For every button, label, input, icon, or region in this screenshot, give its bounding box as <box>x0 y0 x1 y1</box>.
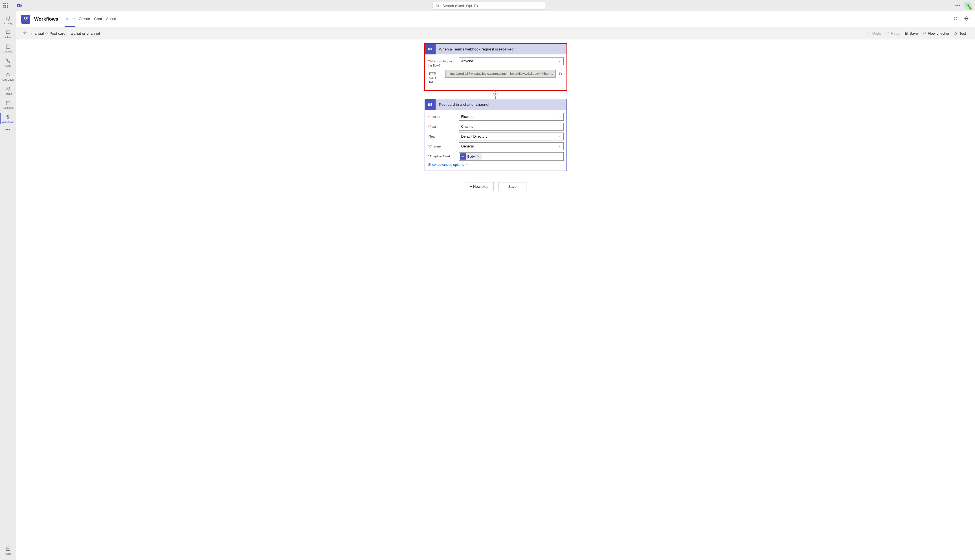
chevron-down-icon <box>558 135 561 138</box>
title-bar: T Search (Cmd+Opt+E) ••• PS <box>0 0 975 11</box>
bell-icon <box>5 15 11 21</box>
rail-workflows[interactable]: Workflows <box>0 112 16 126</box>
who-trigger-dropdown[interactable]: Anyone <box>459 57 564 65</box>
test-button[interactable]: Test <box>952 30 968 37</box>
copy-icon <box>558 72 562 75</box>
phone-icon <box>5 58 11 63</box>
save-flow-button[interactable]: Save <box>498 182 526 191</box>
rail-activity[interactable]: Activity <box>0 13 16 27</box>
who-trigger-label: *Who can trigger the flow? <box>428 57 456 68</box>
save-icon <box>904 31 908 35</box>
post-as-label: *Post as <box>428 113 456 119</box>
action-step-card[interactable]: T Post card in a chat or channel · · · *… <box>424 99 567 171</box>
flow-checker-button[interactable]: Flow checker <box>920 30 952 37</box>
teams-token-icon: T <box>460 153 466 160</box>
tab-chat[interactable]: Chat <box>94 11 102 27</box>
breadcrumb-bar: manual -> Post card in a chat or channel… <box>16 27 975 40</box>
svg-line-5 <box>438 7 439 8</box>
search-placeholder: Search (Cmd+Opt+E) <box>442 4 478 8</box>
action-buttons: + New step Save <box>465 182 526 191</box>
trigger-step-title: When a Teams webhook request is received <box>436 47 554 51</box>
svg-point-4 <box>436 4 439 7</box>
people-icon <box>5 86 11 92</box>
svg-rect-29 <box>906 33 907 35</box>
save-button[interactable]: Save <box>902 30 920 37</box>
app-title: Workflows <box>34 17 58 22</box>
chevron-down-icon <box>558 125 561 128</box>
rail-onedrive[interactable]: OneDrive <box>0 69 16 83</box>
chevron-down-icon <box>558 60 561 63</box>
rail-bookings[interactable]: Bookings <box>0 98 16 112</box>
svg-rect-3 <box>20 5 22 7</box>
trigger-step-header[interactable]: T When a Teams webhook request is receiv… <box>425 44 566 54</box>
workflows-icon <box>5 114 11 120</box>
rail-chat[interactable]: Chat <box>0 27 16 41</box>
svg-text:T: T <box>429 48 430 50</box>
back-button[interactable] <box>23 30 27 36</box>
svg-rect-28 <box>906 32 907 33</box>
new-step-button[interactable]: + New step <box>465 182 494 191</box>
globe-icon[interactable] <box>963 15 970 23</box>
token-label: Body <box>467 155 475 158</box>
app-launcher-icon[interactable] <box>3 3 8 8</box>
remove-token-button[interactable]: ✕ <box>476 155 481 158</box>
flow-canvas: T When a Teams webhook request is receiv… <box>16 40 975 560</box>
action-step-title: Post card in a chat or channel <box>436 102 554 107</box>
adaptive-card-label: *Adaptive Card <box>428 152 456 158</box>
svg-rect-38 <box>431 104 432 105</box>
rail-calendar[interactable]: Calendar <box>0 41 16 55</box>
rail-calls[interactable]: Calls <box>0 55 16 69</box>
team-label: *Team <box>428 133 456 139</box>
svg-point-37 <box>431 103 432 104</box>
body-token[interactable]: T Body ✕ <box>460 153 482 160</box>
team-dropdown[interactable]: Default Directory <box>459 133 564 140</box>
action-step-menu[interactable]: · · · <box>554 103 566 107</box>
rail-more-icon[interactable]: ••• <box>5 127 11 132</box>
avatar[interactable]: PS <box>964 2 972 10</box>
tab-about[interactable]: About <box>106 11 116 27</box>
svg-text:T: T <box>18 5 19 7</box>
redo-icon <box>886 31 890 35</box>
left-rail: Activity Chat Calendar Calls OneDrive Te… <box>0 11 16 560</box>
svg-point-41 <box>463 156 464 156</box>
svg-point-32 <box>431 48 432 48</box>
channel-dropdown[interactable]: General <box>459 142 564 150</box>
search-input[interactable]: Search (Cmd+Opt+E) <box>432 2 545 10</box>
chevron-down-icon <box>558 145 561 148</box>
http-url-label: HTTP POST URL <box>428 70 442 84</box>
rail-teams[interactable]: Teams <box>0 83 16 98</box>
calendar-icon <box>5 44 11 49</box>
post-in-dropdown[interactable]: Channel <box>459 123 564 130</box>
search-icon <box>436 4 439 8</box>
action-step-header[interactable]: T Post card in a chat or channel · · · <box>425 99 566 110</box>
rail-apps[interactable]: Apps <box>0 543 16 558</box>
trigger-step-menu[interactable]: · · · <box>554 47 566 51</box>
chat-icon <box>5 30 11 35</box>
svg-point-2 <box>20 4 22 5</box>
redo-button[interactable]: Redo <box>883 30 902 37</box>
tab-home[interactable]: Home <box>65 11 75 27</box>
svg-rect-34 <box>559 73 561 75</box>
workflows-app-icon <box>21 15 30 24</box>
undo-button[interactable]: Undo <box>865 30 883 37</box>
refresh-icon[interactable] <box>952 15 959 23</box>
breadcrumb-text: manual -> Post card in a chat or channel <box>31 31 100 35</box>
flask-icon <box>954 31 958 35</box>
svg-text:T: T <box>429 103 430 105</box>
tab-create[interactable]: Create <box>79 11 90 27</box>
app-header: Workflows Home Create Chat About <box>16 11 975 27</box>
post-as-dropdown[interactable]: Flow bot <box>459 113 564 121</box>
post-in-label: *Post in <box>428 123 456 129</box>
teams-connector-icon: T <box>425 44 436 54</box>
adaptive-card-input[interactable]: T Body ✕ <box>459 152 564 161</box>
svg-point-10 <box>7 87 8 88</box>
svg-point-11 <box>9 87 10 88</box>
more-icon[interactable]: ••• <box>955 3 960 8</box>
svg-rect-14 <box>7 103 8 104</box>
add-step-inline-button[interactable]: + <box>493 92 498 96</box>
chevron-down-icon <box>558 115 561 118</box>
show-advanced-link[interactable]: Show advanced options <box>428 163 564 167</box>
svg-point-17 <box>7 118 8 119</box>
trigger-step-card[interactable]: T When a Teams webhook request is receiv… <box>424 43 567 90</box>
copy-url-button[interactable] <box>557 72 564 75</box>
